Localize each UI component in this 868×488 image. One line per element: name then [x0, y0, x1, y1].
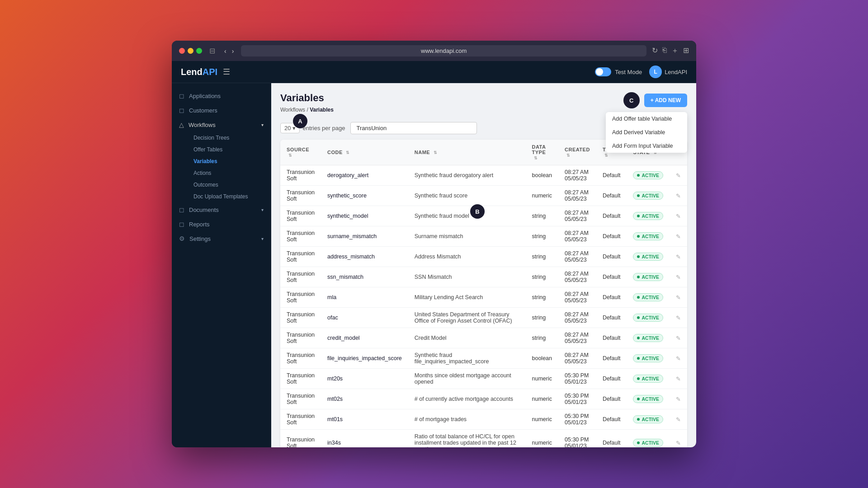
- edit-icon[interactable]: ✎: [676, 440, 681, 446]
- hamburger-icon[interactable]: ☰: [223, 67, 230, 77]
- cell-edit[interactable]: ✎: [670, 206, 687, 226]
- table-row: Transunion Soft derogatory_alert Synthet…: [280, 165, 687, 186]
- cell-edit[interactable]: ✎: [670, 287, 687, 308]
- edit-icon[interactable]: ✎: [676, 335, 681, 342]
- sidebar-item-variables[interactable]: Variables: [186, 155, 271, 167]
- sidebar-item-documents[interactable]: ◻ Documents ▾: [172, 202, 271, 217]
- dropdown-item-form-input[interactable]: Add Form Input Variable: [606, 139, 687, 153]
- cell-edit[interactable]: ✎: [670, 226, 687, 247]
- status-badge: ACTIVE: [633, 395, 663, 403]
- search-input[interactable]: [350, 122, 477, 134]
- dropdown-item-derived[interactable]: Add Derived Variable: [606, 126, 687, 139]
- cell-type: Default: [596, 226, 627, 247]
- edit-icon[interactable]: ✎: [676, 416, 681, 423]
- col-name[interactable]: NAME ⇅: [408, 140, 526, 165]
- cell-created: 08:27 AM 05/05/23: [558, 165, 596, 186]
- cell-edit[interactable]: ✎: [670, 369, 687, 389]
- cell-edit[interactable]: ✎: [670, 267, 687, 287]
- edit-icon[interactable]: ✎: [676, 396, 681, 403]
- forward-arrow-icon[interactable]: ›: [230, 47, 236, 56]
- sidebar-toggle-icon[interactable]: ⊟: [208, 46, 217, 56]
- breadcrumb-parent[interactable]: Workflows: [280, 107, 305, 113]
- add-new-button[interactable]: + ADD NEW: [644, 94, 687, 107]
- share-icon[interactable]: ⎗: [662, 46, 667, 56]
- test-mode-toggle[interactable]: Test Mode: [595, 67, 642, 76]
- cell-data-type: string: [526, 267, 559, 287]
- cell-state: ACTIVE: [627, 267, 670, 287]
- cell-edit[interactable]: ✎: [670, 308, 687, 328]
- back-arrow-icon[interactable]: ‹: [222, 47, 228, 56]
- cell-data-type: numeric: [526, 369, 559, 389]
- cell-name: Synthetic fraud derogatory alert: [408, 165, 526, 186]
- sidebar-item-decision-trees[interactable]: Decision Trees: [186, 132, 271, 144]
- reload-icon[interactable]: ↻: [652, 46, 658, 56]
- cell-code: surname_mismatch: [321, 226, 408, 247]
- sidebar-item-doc-upload-templates[interactable]: Doc Upload Templates: [186, 191, 271, 202]
- cell-edit[interactable]: ✎: [670, 430, 687, 448]
- edit-icon[interactable]: ✎: [676, 355, 681, 362]
- cell-edit[interactable]: ✎: [670, 328, 687, 348]
- toggle-switch[interactable]: [595, 67, 611, 76]
- add-new-area: C + ADD NEW Add Offer table Variable Add…: [623, 92, 687, 108]
- cell-code: synthetic_model: [321, 206, 408, 226]
- user-label: LendAPI: [665, 69, 687, 75]
- edit-icon[interactable]: ✎: [676, 253, 681, 260]
- edit-icon[interactable]: ✎: [676, 375, 681, 382]
- maximize-button[interactable]: [196, 48, 202, 54]
- customers-icon: ◻: [179, 107, 184, 114]
- cell-data-type: boolean: [526, 348, 559, 369]
- sidebar-label-workflows: Workflows: [189, 122, 216, 128]
- cell-data-type: numeric: [526, 430, 559, 448]
- col-source[interactable]: SOURCE ⇅: [280, 140, 321, 165]
- sidebar-item-settings[interactable]: ⚙ Settings ▾: [172, 231, 271, 246]
- new-tab-icon[interactable]: ＋: [671, 46, 679, 56]
- url-bar[interactable]: www.lendapi.com: [241, 45, 646, 56]
- cell-edit[interactable]: ✎: [670, 186, 687, 206]
- cell-edit[interactable]: ✎: [670, 247, 687, 267]
- sidebar-item-workflows[interactable]: △ Workflows ▾: [172, 117, 271, 132]
- cell-edit[interactable]: ✎: [670, 165, 687, 186]
- edit-icon[interactable]: ✎: [676, 213, 681, 220]
- edit-icon[interactable]: ✎: [676, 233, 681, 240]
- cell-edit[interactable]: ✎: [670, 389, 687, 409]
- sidebar-item-actions[interactable]: Actions: [186, 167, 271, 179]
- sidebar-item-reports[interactable]: ◻ Reports: [172, 217, 271, 231]
- reports-icon: ◻: [179, 221, 184, 228]
- cell-source: Transunion Soft: [280, 287, 321, 308]
- sidebar-item-applications[interactable]: ◻ Applications: [172, 89, 271, 103]
- cell-source: Transunion Soft: [280, 389, 321, 409]
- cell-state: ACTIVE: [627, 186, 670, 206]
- close-button[interactable]: [179, 48, 185, 54]
- documents-chevron-icon: ▾: [261, 207, 264, 212]
- sidebar-item-outcomes[interactable]: Outcomes: [186, 179, 271, 191]
- edit-icon[interactable]: ✎: [676, 192, 681, 199]
- col-data-type[interactable]: DATA TYPE ⇅: [526, 140, 559, 165]
- cell-edit[interactable]: ✎: [670, 348, 687, 369]
- edit-icon[interactable]: ✎: [676, 314, 681, 321]
- dropdown-item-offer-table[interactable]: Add Offer table Variable: [606, 112, 687, 126]
- cell-created: 05:30 PM 05/01/23: [558, 369, 596, 389]
- cell-created: 08:27 AM 05/05/23: [558, 186, 596, 206]
- sidebar-item-customers[interactable]: ◻ Customers: [172, 103, 271, 117]
- cell-name: Credit Model: [408, 328, 526, 348]
- cell-type: Default: [596, 287, 627, 308]
- name-sort-icon: ⇅: [434, 150, 438, 155]
- cell-data-type: string: [526, 308, 559, 328]
- cell-type: Default: [596, 308, 627, 328]
- cell-name: # of currently active mortgage accounts: [408, 389, 526, 409]
- edit-icon[interactable]: ✎: [676, 274, 681, 281]
- col-created[interactable]: CREATED ⇅: [558, 140, 596, 165]
- grid-icon[interactable]: ⊞: [683, 46, 689, 56]
- cell-source: Transunion Soft: [280, 186, 321, 206]
- cell-state: ACTIVE: [627, 369, 670, 389]
- cell-edit[interactable]: ✎: [670, 409, 687, 430]
- cell-name: Synthetic fraud score: [408, 186, 526, 206]
- edit-icon[interactable]: ✎: [676, 294, 681, 301]
- col-code[interactable]: CODE ⇅: [321, 140, 408, 165]
- edit-icon[interactable]: ✎: [676, 172, 681, 179]
- sidebar-item-offer-tables[interactable]: Offer Tables: [186, 144, 271, 155]
- minimize-button[interactable]: [188, 48, 193, 54]
- table-row: Transunion Soft credit_model Credit Mode…: [280, 328, 687, 348]
- nav-arrows: ‹ ›: [222, 47, 236, 56]
- entries-label: entries per page: [302, 125, 345, 131]
